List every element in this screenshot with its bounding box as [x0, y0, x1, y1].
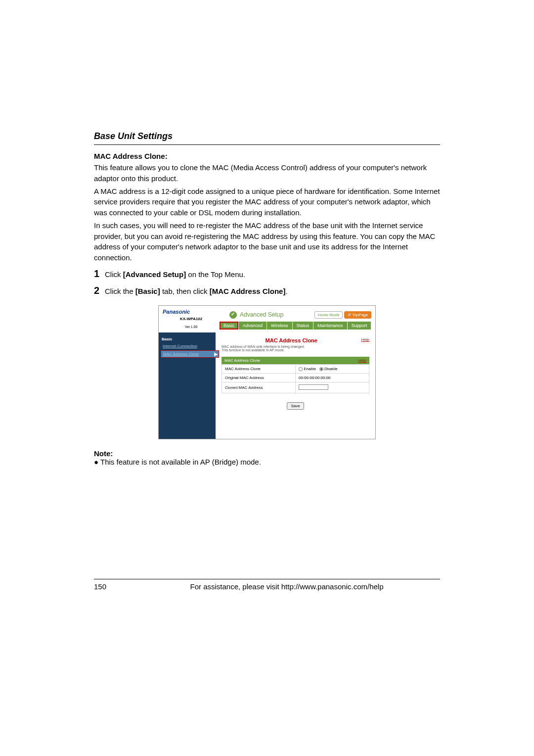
ss-sidebar: Basic Internet Connection MAC Address Cl…	[159, 332, 216, 439]
table-header-bar: MAC Address Clone Help	[222, 357, 369, 364]
cloned-mac-input[interactable]	[299, 384, 328, 390]
mac-clone-para1: This feature allows you to clone the MAC…	[94, 162, 440, 184]
tab-support[interactable]: Support	[348, 322, 371, 330]
step-2-pre: Click the	[105, 287, 135, 295]
ss-content: Help MAC Address Clone MAC address of WA…	[216, 332, 375, 439]
page-footer: 150 For assistance, please visit http://…	[94, 579, 440, 591]
tab-advanced[interactable]: Advanced	[239, 322, 267, 330]
row1-label: MAC Address Clone	[222, 365, 296, 374]
section-title: Base Unit Settings	[94, 131, 440, 142]
ss-title-row: Advanced Setup Home Mode ↺ TopPage	[220, 311, 371, 322]
mac-clone-table: MAC Address Clone Enable Disable Origina…	[222, 364, 369, 393]
page-number: 150	[94, 582, 134, 591]
disable-radio[interactable]	[319, 367, 323, 371]
row3-value	[295, 382, 369, 393]
help-link-top[interactable]: Help	[361, 337, 369, 342]
check-icon	[229, 311, 237, 319]
help-link-table[interactable]: Help	[358, 358, 366, 363]
table-row: Original MAC Address 00:00:00:00:00:00	[222, 374, 369, 382]
home-mode-button[interactable]: Home Mode	[314, 311, 343, 319]
footer-text: For assistance, please visit http://www.…	[134, 582, 440, 591]
step-2-bold1: [Basic]	[135, 287, 160, 295]
step-2-bold2: [MAC Address Clone]	[210, 287, 286, 295]
step-2-post: .	[285, 287, 287, 295]
ss-top-row: Panasonic KX-WPA102 Ver.1.00 Advanced Se…	[159, 306, 375, 332]
enable-radio[interactable]	[299, 367, 303, 371]
bullet-icon: ●	[94, 458, 98, 466]
model-label: KX-WPA102	[163, 317, 220, 321]
step-2: 2 Click the [Basic] tab, then click [MAC…	[94, 285, 440, 297]
sidebar-arrow-icon: ▶	[213, 350, 219, 358]
divider	[94, 144, 440, 145]
content-desc: MAC address of WAN side interface is bei…	[222, 345, 369, 352]
step-2-mid: tab, then click	[160, 287, 210, 295]
row1-value: Enable Disable	[295, 365, 369, 374]
sidebar-item-mac-clone[interactable]: MAC Address Clone ▶	[161, 350, 214, 358]
mode-buttons: Home Mode ↺ TopPage	[314, 311, 371, 319]
save-row: Save	[222, 393, 369, 415]
mac-clone-para3: In such cases, you will need to re-regis…	[94, 220, 440, 263]
table-header-label: MAC Address Clone	[224, 358, 260, 363]
enable-label: Enable	[304, 367, 316, 371]
row3-label: Cloned MAC Address	[222, 382, 296, 393]
note-bullet: ● This feature is not available in AP (B…	[94, 458, 440, 466]
desc-line1: MAC address of WAN side interface is bei…	[222, 345, 305, 348]
step-1-num: 1	[94, 268, 105, 280]
page-body: Base Unit Settings MAC Address Clone: Th…	[94, 131, 440, 466]
step-1-post: on the Top Menu.	[186, 270, 245, 279]
mac-clone-para2: A MAC address is a 12-digit code assigne…	[94, 186, 440, 218]
step-1-bold: [Advanced Setup]	[123, 270, 186, 279]
panasonic-logo: Panasonic	[163, 309, 217, 315]
table-row: MAC Address Clone Enable Disable	[222, 365, 369, 374]
step-2-text: Click the [Basic] tab, then click [MAC A…	[105, 286, 288, 297]
note-text: This feature is not available in AP (Bri…	[100, 458, 261, 466]
ss-header: Panasonic KX-WPA102 Ver.1.00 Advanced Se…	[159, 306, 375, 332]
version-label: Ver.1.00	[163, 325, 220, 329]
router-screenshot: Panasonic KX-WPA102 Ver.1.00 Advanced Se…	[158, 305, 376, 439]
step-1-pre: Click	[105, 270, 123, 279]
step-2-num: 2	[94, 285, 105, 296]
tab-status[interactable]: Status	[293, 322, 313, 330]
save-button[interactable]: Save	[287, 402, 304, 410]
table-row: Cloned MAC Address	[222, 382, 369, 393]
top-page-button[interactable]: ↺ TopPage	[344, 311, 371, 319]
sidebar-item-internet[interactable]: Internet Connection	[159, 343, 216, 349]
ss-right-header: Advanced Setup Home Mode ↺ TopPage Basic…	[220, 311, 371, 330]
step-1-text: Click [Advanced Setup] on the Top Menu.	[105, 269, 245, 280]
content-title: MAC Address Clone	[222, 337, 369, 343]
step-1: 1 Click [Advanced Setup] on the Top Menu…	[94, 268, 440, 280]
content-title-row: Help MAC Address Clone	[222, 337, 369, 343]
tab-maintenance[interactable]: Maintenance	[313, 322, 347, 330]
desc-line2: This function is not available in AP mod…	[222, 348, 285, 352]
top-page-label: TopPage	[352, 313, 368, 317]
row2-label: Original MAC Address	[222, 374, 296, 382]
note-heading: Note:	[94, 449, 440, 458]
mac-clone-heading: MAC Address Clone:	[94, 152, 440, 160]
disable-label: Disable	[324, 367, 338, 371]
ss-main: Basic Internet Connection MAC Address Cl…	[159, 332, 375, 439]
advanced-setup-label: Advanced Setup	[240, 311, 283, 318]
tab-wireless[interactable]: Wireless	[267, 322, 292, 330]
sidebar-group-basic: Basic	[159, 335, 216, 343]
row2-value: 00:00:00:00:00:00	[295, 374, 369, 382]
tab-bar: Basic Advanced Wireless Status Maintenan…	[220, 322, 371, 330]
ss-left-header: Panasonic KX-WPA102 Ver.1.00	[163, 309, 220, 331]
tab-basic[interactable]: Basic	[220, 322, 238, 330]
sidebar-item-mac-clone-label: MAC Address Clone	[163, 352, 199, 356]
